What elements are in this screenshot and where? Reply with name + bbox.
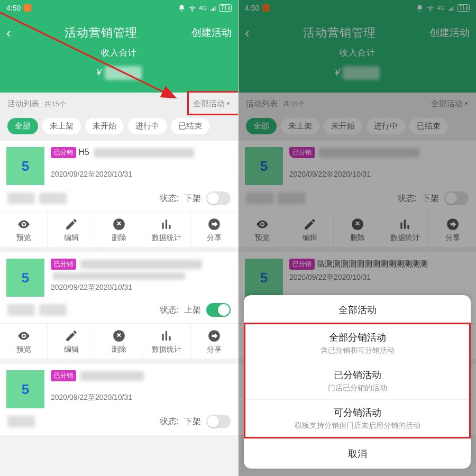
status-label: 状态: bbox=[160, 193, 179, 204]
signal-icon bbox=[209, 5, 216, 12]
activity-thumbnail: 5 bbox=[6, 259, 44, 297]
status-value: 上架 bbox=[184, 305, 201, 316]
share-button[interactable]: 分享 bbox=[191, 212, 238, 247]
bell-off-icon bbox=[178, 4, 186, 12]
close-circle-icon bbox=[112, 217, 126, 231]
pencil-icon bbox=[65, 329, 78, 343]
bar-chart-icon bbox=[160, 329, 173, 343]
activity-name-prefix: H5 bbox=[78, 148, 89, 157]
page-title: 活动营销管理 bbox=[65, 25, 138, 41]
activity-name-redacted bbox=[80, 371, 144, 381]
tab-not-started[interactable]: 未开始 bbox=[85, 118, 124, 134]
distributed-tag: 已分销 bbox=[51, 259, 76, 270]
preview-button[interactable]: 预览 bbox=[0, 324, 48, 359]
listing-toggle[interactable] bbox=[206, 415, 231, 428]
tab-all[interactable]: 全部 bbox=[7, 118, 38, 134]
wifi-icon bbox=[188, 4, 196, 12]
pencil-icon bbox=[65, 217, 78, 231]
status-value: 下架 bbox=[184, 416, 201, 427]
activity-date-range: 2020/09/22至2020/10/31 bbox=[51, 170, 232, 179]
activity-name-redacted bbox=[80, 260, 202, 269]
activity-date-range: 2020/09/22至2020/10/31 bbox=[51, 393, 232, 402]
sheet-option-distributable[interactable]: 可分销活动 模板支持分销但门店未启用分销的活动 bbox=[245, 399, 469, 437]
back-button[interactable]: ‹ bbox=[6, 25, 11, 41]
dropdown-label: 全部活动 bbox=[193, 99, 225, 109]
activity-card[interactable]: 5 已分销 H5 2020/09/22至2020/10/31 状态: 下架 bbox=[0, 141, 238, 247]
close-circle-icon bbox=[112, 329, 126, 343]
status-bar: 4:50 4G 71 bbox=[0, 0, 238, 16]
activity-filter-dropdown[interactable]: 全部活动 ▼ bbox=[193, 99, 231, 109]
filter-bar: 活动列表 共15个 全部活动 ▼ 全部 未上架 未开始 进行中 已结束 bbox=[0, 93, 238, 141]
distributed-tag: 已分销 bbox=[51, 147, 76, 158]
share-icon bbox=[207, 217, 221, 231]
edit-button[interactable]: 编辑 bbox=[48, 324, 95, 359]
activity-thumbnail: 5 bbox=[6, 370, 44, 408]
activity-thumbnail: 5 bbox=[6, 147, 44, 185]
stats-button[interactable]: 数据统计 bbox=[143, 212, 191, 247]
status-time: 4:50 bbox=[6, 4, 21, 12]
delete-button[interactable]: 删除 bbox=[95, 324, 143, 359]
status-label: 状态: bbox=[160, 305, 179, 316]
activity-name-redacted bbox=[53, 272, 185, 280]
share-button[interactable]: 分享 bbox=[191, 324, 238, 359]
status-value: 下架 bbox=[184, 193, 201, 204]
battery-indicator: 71 bbox=[219, 4, 232, 12]
network-label: 4G bbox=[199, 5, 207, 11]
tab-ended[interactable]: 已结束 bbox=[171, 118, 209, 134]
edit-button[interactable]: 编辑 bbox=[48, 212, 95, 247]
currency-symbol: ¥ bbox=[96, 68, 101, 78]
tab-unlisted[interactable]: 未上架 bbox=[42, 118, 81, 134]
share-icon bbox=[207, 329, 221, 343]
status-app-icon bbox=[24, 4, 31, 12]
listing-toggle[interactable] bbox=[206, 303, 231, 317]
stats-button[interactable]: 数据统计 bbox=[143, 324, 191, 359]
activity-list-label: 活动列表 bbox=[7, 99, 39, 108]
sheet-cancel-button[interactable]: 取消 bbox=[244, 438, 471, 469]
phone-left: 4:50 4G 71 ‹ 活动营销管理 创建活动 收入合计 ¥ bbox=[0, 0, 238, 476]
listing-toggle[interactable] bbox=[206, 191, 231, 205]
chevron-down-icon: ▼ bbox=[226, 101, 231, 106]
preview-button[interactable]: 预览 bbox=[0, 212, 48, 247]
eye-icon bbox=[17, 329, 31, 343]
status-label: 状态: bbox=[160, 416, 179, 427]
activity-card[interactable]: 5 已分销 2020/09/22至2020/10/31 状态: 上架 bbox=[0, 252, 238, 359]
header: ‹ 活动营销管理 创建活动 收入合计 ¥ bbox=[0, 16, 238, 93]
activity-count: 共15个 bbox=[44, 100, 66, 108]
activity-date-range: 2020/09/22至2020/10/31 bbox=[51, 283, 232, 292]
activity-name-redacted bbox=[94, 148, 194, 158]
income-total-label: 收入合计 bbox=[6, 48, 232, 59]
delete-button[interactable]: 删除 bbox=[95, 212, 143, 247]
distributed-tag: 已分销 bbox=[51, 370, 76, 381]
sheet-option-all-distribution[interactable]: 全部分销活动 含已分销和可分销活动 bbox=[245, 324, 469, 362]
tab-ongoing[interactable]: 进行中 bbox=[128, 118, 167, 134]
income-amount-redacted bbox=[105, 66, 142, 80]
eye-icon bbox=[17, 217, 31, 231]
activity-card[interactable]: 5 已分销 2020/09/22至2020/10/31 状态: 下架 bbox=[0, 364, 238, 435]
filter-action-sheet: 全部活动 全部分销活动 含已分销和可分销活动 已分销活动 门店已分销的活动 可分… bbox=[244, 295, 471, 469]
annotation-highlight-options: 全部分销活动 含已分销和可分销活动 已分销活动 门店已分销的活动 可分销活动 模… bbox=[244, 323, 471, 438]
sheet-option-distributed[interactable]: 已分销活动 门店已分销的活动 bbox=[245, 362, 469, 399]
bar-chart-icon bbox=[160, 217, 173, 231]
sheet-title: 全部活动 bbox=[244, 295, 471, 323]
create-activity-button[interactable]: 创建活动 bbox=[191, 26, 232, 40]
phone-right: 4:50 4G 71 ‹ 活动营销管理 创建活动 收入合计 ¥ bbox=[238, 0, 476, 476]
